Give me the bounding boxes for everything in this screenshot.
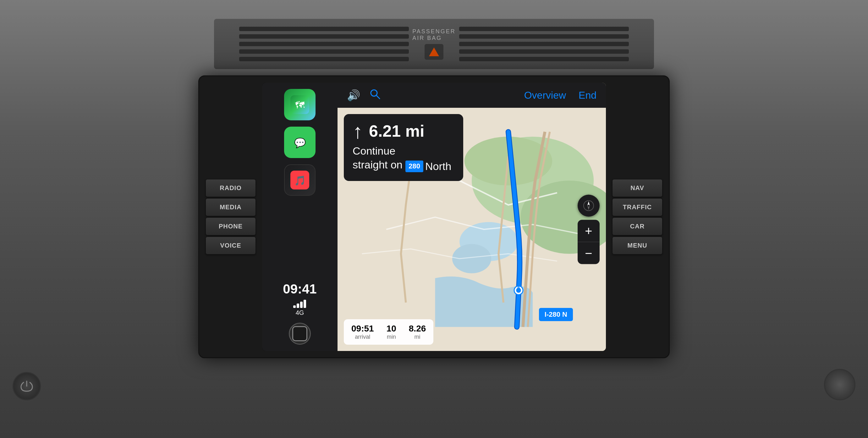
- power-button[interactable]: [12, 372, 41, 400]
- left-vent: [239, 27, 409, 61]
- right-vent: [459, 27, 629, 61]
- app-icon-music[interactable]: 🎵: [284, 164, 315, 196]
- maps-header: 🔊 Overview End: [338, 83, 606, 108]
- trip-info-bar: 09:51 arrival 10 min 8.26 mi: [344, 319, 433, 345]
- clock-display: 09:41: [283, 282, 316, 296]
- vent-slot: [239, 57, 409, 61]
- sidebar-bottom: 09:41 4G: [283, 282, 316, 345]
- distance-value: 8.26: [409, 324, 426, 334]
- center-airbag: PASSENGERAIR BAG: [412, 28, 456, 60]
- road-label-badge: I-280 N: [539, 308, 573, 321]
- end-button[interactable]: End: [579, 90, 596, 101]
- carplay-screen: 🗺 💬 🎵: [262, 83, 606, 351]
- signal-bar-3: [300, 302, 303, 308]
- signal-bars: [293, 300, 306, 308]
- nav-distance: 6.21 mi: [369, 123, 424, 139]
- app-icon-messages[interactable]: 💬: [284, 127, 315, 158]
- music-icon: 🎵: [290, 170, 309, 189]
- hazard-icon: [429, 48, 439, 56]
- voice-button[interactable]: VOICE: [206, 237, 256, 254]
- airbag-label: PASSENGERAIR BAG: [412, 28, 456, 41]
- dashboard: PASSENGERAIR BAG RADIO MEDIA PHONE VOICE: [0, 0, 868, 438]
- road-shield: 280: [405, 161, 423, 172]
- arrival-time-label: arrival: [355, 334, 370, 340]
- home-button-inner: [292, 326, 307, 341]
- vent-slot: [239, 42, 409, 46]
- phone-button[interactable]: PHONE: [206, 217, 256, 235]
- svg-line-7: [376, 96, 380, 99]
- direction-arrow-icon: ↑: [352, 121, 363, 142]
- app-icon-maps[interactable]: 🗺: [284, 89, 315, 120]
- signal-bar-1: [293, 305, 296, 308]
- zoom-in-button[interactable]: +: [578, 220, 600, 242]
- right-knob-area: [824, 369, 856, 400]
- signal-bar-4: [304, 300, 306, 308]
- vent-slot: [239, 49, 409, 54]
- duration-value: 10: [386, 324, 396, 334]
- arrival-time-item: 09:51 arrival: [351, 324, 374, 340]
- signal-area: 4G: [293, 300, 306, 316]
- menu-button[interactable]: MENU: [612, 237, 662, 254]
- maps-main-area: 🔊 Overview End: [338, 83, 606, 351]
- duration-label: min: [387, 334, 396, 340]
- right-hw-buttons: NAV TRAFFIC CAR MENU: [612, 179, 662, 254]
- nav-card: ↑ 6.21 mi Continue straight on 280: [344, 114, 463, 181]
- svg-text:🗺: 🗺: [295, 100, 305, 110]
- signal-bar-2: [297, 304, 299, 308]
- overview-button[interactable]: Overview: [524, 90, 566, 101]
- vent-slot: [239, 34, 409, 39]
- arrival-time-value: 09:51: [351, 324, 374, 334]
- left-hw-buttons: RADIO MEDIA PHONE VOICE: [206, 179, 256, 254]
- distance-label: mi: [414, 334, 421, 340]
- svg-point-15: [516, 288, 521, 293]
- nav-direction: ↑ 6.21 mi: [352, 123, 455, 142]
- radio-button[interactable]: RADIO: [206, 179, 256, 197]
- home-button[interactable]: [289, 323, 311, 345]
- car-button[interactable]: CAR: [612, 217, 662, 235]
- screen: 🗺 💬 🎵: [262, 83, 606, 351]
- vent-slot: [239, 27, 409, 31]
- media-button[interactable]: MEDIA: [206, 198, 256, 216]
- svg-text:🎵: 🎵: [294, 175, 306, 186]
- nav-distance-container: 6.21 mi: [369, 123, 424, 139]
- distance-item: 8.26 mi: [409, 324, 426, 340]
- map-content[interactable]: ↑ 6.21 mi Continue straight on 280: [338, 108, 606, 351]
- duration-item: 10 min: [386, 324, 396, 340]
- nav-instruction: Continue straight on 280 North: [352, 144, 455, 174]
- volume-button[interactable]: 🔊: [347, 89, 360, 101]
- direction-suffix: North: [425, 159, 451, 173]
- left-knob-area: [12, 372, 41, 400]
- svg-marker-18: [587, 201, 590, 206]
- maps-icon: 🗺: [290, 95, 309, 114]
- svg-marker-19: [587, 206, 590, 210]
- hazard-button[interactable]: [425, 44, 443, 60]
- volume-knob[interactable]: [824, 369, 856, 400]
- search-icon: [370, 89, 380, 99]
- vent-slot: [459, 34, 629, 39]
- infotainment-unit: RADIO MEDIA PHONE VOICE: [198, 75, 670, 358]
- vent-slot: [459, 27, 629, 31]
- vent-slot: [459, 57, 629, 61]
- nav-button[interactable]: NAV: [612, 179, 662, 197]
- compass-button[interactable]: [578, 195, 600, 217]
- zoom-controls: + −: [578, 220, 600, 264]
- svg-text:💬: 💬: [294, 137, 306, 149]
- road-badge-container: 280 North: [405, 159, 451, 173]
- vent-slot: [459, 49, 629, 54]
- messages-icon: 💬: [290, 133, 309, 152]
- carplay-sidebar: 🗺 💬 🎵: [262, 83, 338, 351]
- map-controls: + −: [578, 195, 600, 264]
- zoom-out-button[interactable]: −: [578, 242, 600, 264]
- network-label: 4G: [296, 309, 304, 316]
- top-vents: PASSENGERAIR BAG: [214, 19, 654, 69]
- compass-icon: [583, 200, 594, 212]
- vent-slot: [459, 42, 629, 46]
- traffic-button[interactable]: TRAFFIC: [612, 198, 662, 216]
- power-icon: [21, 380, 33, 393]
- search-button[interactable]: [370, 89, 380, 102]
- header-nav-buttons: Overview End: [524, 90, 596, 101]
